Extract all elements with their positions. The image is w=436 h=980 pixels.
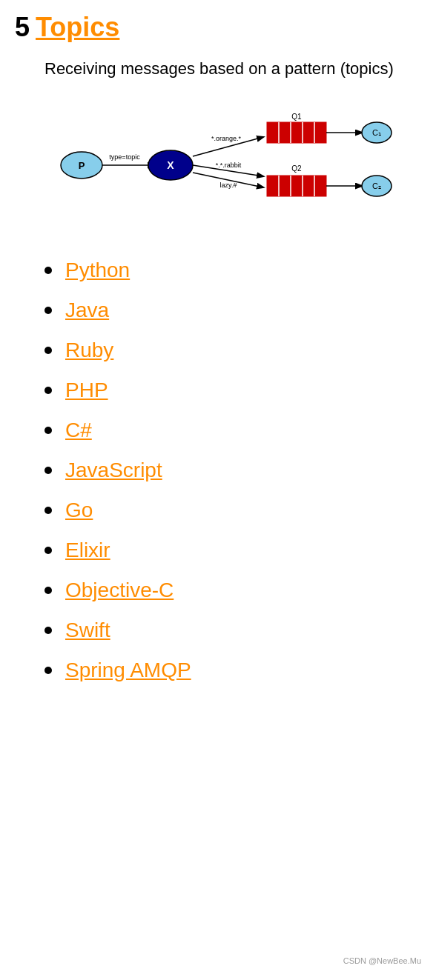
section-number: 5 xyxy=(15,12,30,43)
lang-link-swift[interactable]: Swift xyxy=(65,619,110,642)
page-header: 5 Topics xyxy=(15,12,421,43)
bullet-icon xyxy=(44,307,52,314)
svg-text:Q2: Q2 xyxy=(291,164,302,173)
language-list: PythonJavaRubyPHPC#JavaScriptGoElixirObj… xyxy=(44,259,421,682)
lang-link-go[interactable]: Go xyxy=(65,499,93,522)
bullet-icon xyxy=(44,547,52,554)
lang-link-spring-amqp[interactable]: Spring AMQP xyxy=(65,659,191,682)
bullet-icon xyxy=(44,667,52,674)
bullet-icon xyxy=(44,387,52,394)
lang-link-javascript[interactable]: JavaScript xyxy=(65,459,162,482)
section-title: Topics xyxy=(36,12,119,43)
watermark: CSDN @NewBee.Mu xyxy=(343,956,421,965)
list-item: PHP xyxy=(44,379,421,402)
svg-text:P: P xyxy=(79,160,85,171)
lang-link-java[interactable]: Java xyxy=(65,299,109,322)
svg-text:*.orange.*: *.orange.* xyxy=(211,135,242,142)
svg-text:lazy.#: lazy.# xyxy=(220,181,237,189)
bullet-icon xyxy=(44,627,52,634)
bullet-icon xyxy=(44,467,52,474)
list-item: Objective-C xyxy=(44,579,421,602)
topics-diagram: P X type=topic *.orange.* *.*.rabbit laz… xyxy=(44,99,400,232)
svg-rect-22 xyxy=(267,176,326,196)
lang-link-python[interactable]: Python xyxy=(65,259,130,282)
list-item: Python xyxy=(44,259,421,282)
bullet-icon xyxy=(44,427,52,434)
list-item: Ruby xyxy=(44,339,421,362)
subtitle: Receiving messages based on a pattern (t… xyxy=(44,58,400,81)
svg-text:*.*.rabbit: *.*.rabbit xyxy=(216,161,242,169)
svg-text:type=topic: type=topic xyxy=(109,153,140,161)
list-item: Go xyxy=(44,499,421,522)
list-item: Spring AMQP xyxy=(44,659,421,682)
lang-link-php[interactable]: PHP xyxy=(65,379,108,402)
bullet-icon xyxy=(44,347,52,354)
list-item: Java xyxy=(44,299,421,322)
svg-text:C₁: C₁ xyxy=(372,128,381,137)
lang-link-objective-c[interactable]: Objective-C xyxy=(65,579,174,602)
list-item: JavaScript xyxy=(44,459,421,482)
lang-link-c#[interactable]: C# xyxy=(65,419,92,442)
list-item: C# xyxy=(44,419,421,442)
bullet-icon xyxy=(44,267,52,274)
svg-text:C₂: C₂ xyxy=(372,181,381,190)
bullet-icon xyxy=(44,507,52,514)
lang-link-ruby[interactable]: Ruby xyxy=(65,339,113,362)
bullet-icon xyxy=(44,587,52,594)
list-item: Elixir xyxy=(44,539,421,562)
list-item: Swift xyxy=(44,619,421,642)
svg-text:X: X xyxy=(167,159,174,171)
svg-text:Q1: Q1 xyxy=(291,113,302,121)
svg-rect-13 xyxy=(267,122,326,143)
lang-link-elixir[interactable]: Elixir xyxy=(65,539,110,562)
